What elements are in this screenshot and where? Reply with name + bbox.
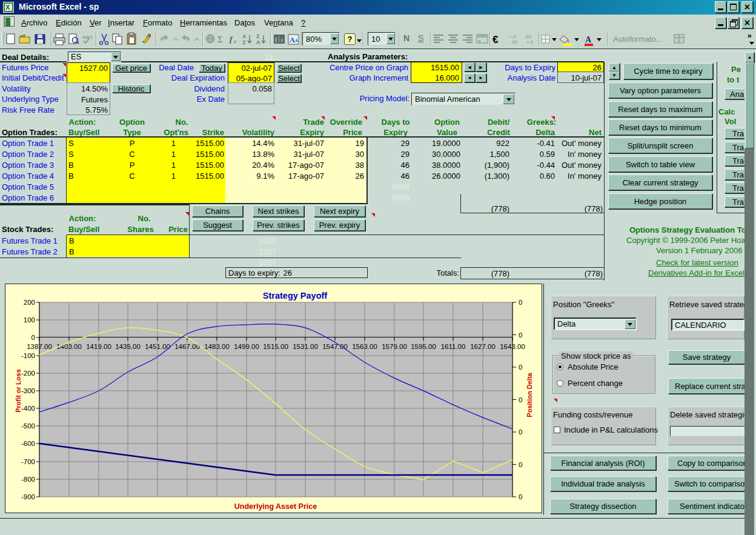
svg-text:0: 0 xyxy=(519,299,522,306)
svg-text:1451.00: 1451.00 xyxy=(145,343,170,350)
svg-text:x: x xyxy=(233,38,236,44)
svg-text:1419.00: 1419.00 xyxy=(86,343,111,350)
svg-text:0: 0 xyxy=(519,461,522,468)
svg-text:-400: -400 xyxy=(21,405,35,412)
svg-text:A: A xyxy=(256,39,260,45)
svg-text:-900: -900 xyxy=(21,493,35,500)
svg-text:1547.00: 1547.00 xyxy=(322,343,348,350)
svg-text:Z: Z xyxy=(242,39,246,45)
svg-text:Strategy Payoff: Strategy Payoff xyxy=(263,291,328,301)
svg-text:A: A xyxy=(242,33,247,39)
svg-text:1387.00: 1387.00 xyxy=(27,343,52,350)
svg-text:+.0: +.0 xyxy=(509,34,516,39)
svg-text:0: 0 xyxy=(519,428,522,436)
svg-text:-800: -800 xyxy=(21,476,35,483)
svg-text:Z: Z xyxy=(256,33,260,39)
svg-text:-100: -100 xyxy=(21,352,35,359)
svg-text:.00: .00 xyxy=(511,39,518,45)
svg-text:1643.00: 1643.00 xyxy=(500,343,525,350)
svg-text:+.0: +.0 xyxy=(526,39,534,45)
svg-text:.00: .00 xyxy=(525,34,532,39)
svg-text:€: € xyxy=(492,34,499,45)
svg-text:-500: -500 xyxy=(21,422,35,430)
svg-text:1611.00: 1611.00 xyxy=(441,343,466,350)
svg-text:-300: -300 xyxy=(21,387,35,394)
svg-text:200: 200 xyxy=(24,299,35,306)
svg-text:1595.00: 1595.00 xyxy=(411,343,436,350)
svg-text:1627.00: 1627.00 xyxy=(470,343,496,350)
svg-text:A: A xyxy=(585,35,592,44)
svg-text:ABC: ABC xyxy=(82,35,93,40)
svg-text:0: 0 xyxy=(31,334,35,341)
svg-text:Position Delta: Position Delta xyxy=(526,372,533,417)
svg-text:0: 0 xyxy=(519,493,522,500)
svg-text:1467.00: 1467.00 xyxy=(174,343,200,350)
svg-text:f: f xyxy=(230,35,233,44)
svg-text:Underlying Asset Price: Underlying Asset Price xyxy=(234,502,317,511)
svg-text:1579.00: 1579.00 xyxy=(382,343,407,350)
svg-text:1515.00: 1515.00 xyxy=(263,343,288,350)
svg-text:A: A xyxy=(290,36,295,44)
svg-text:a: a xyxy=(478,38,481,44)
svg-text:-600: -600 xyxy=(21,440,35,447)
svg-text:-700: -700 xyxy=(21,458,35,465)
svg-text:Autoformato...: Autoformato... xyxy=(613,35,663,44)
svg-text:0: 0 xyxy=(519,396,522,404)
svg-text:100: 100 xyxy=(24,316,35,324)
svg-text:Σ: Σ xyxy=(217,35,223,44)
svg-text:1403.00: 1403.00 xyxy=(56,343,82,350)
svg-text:1435.00: 1435.00 xyxy=(115,343,141,350)
svg-text:»: » xyxy=(748,32,752,40)
svg-text:1499.00: 1499.00 xyxy=(234,343,259,350)
svg-text:0: 0 xyxy=(519,364,522,371)
svg-text:-200: -200 xyxy=(21,370,35,377)
svg-text:1563.00: 1563.00 xyxy=(352,343,377,350)
svg-text:1483.00: 1483.00 xyxy=(204,343,230,350)
svg-text:Profit or Loss: Profit or Loss xyxy=(15,369,22,413)
svg-text:0: 0 xyxy=(519,331,522,339)
svg-text:1531.00: 1531.00 xyxy=(293,343,318,350)
